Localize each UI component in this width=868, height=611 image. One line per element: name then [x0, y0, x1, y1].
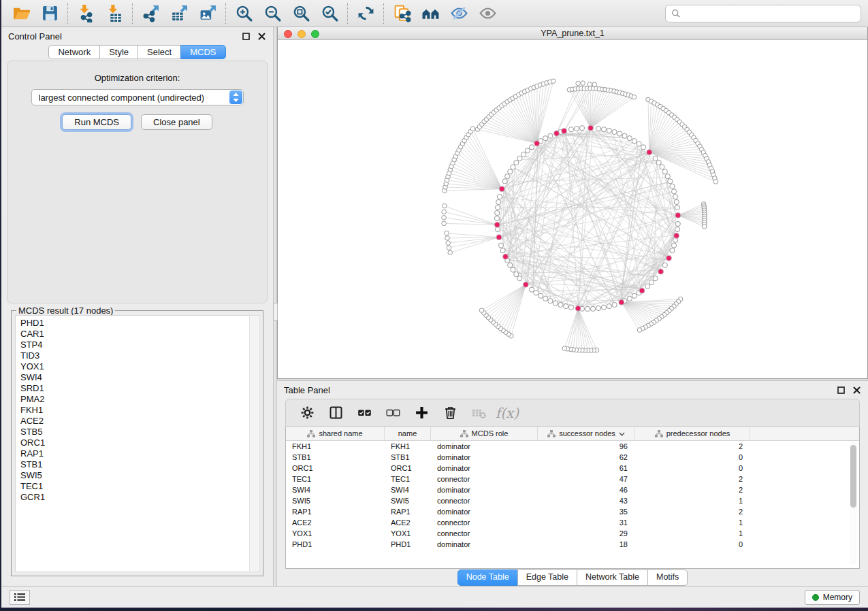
network-node[interactable]	[553, 301, 558, 306]
delete-column-icon[interactable]	[438, 402, 462, 424]
mcds-result-node[interactable]: FKH1	[20, 405, 259, 416]
mcds-node[interactable]	[658, 269, 664, 274]
mcds-result-node[interactable]: PHD1	[20, 318, 259, 329]
network-node[interactable]	[637, 142, 641, 146]
mcds-result-node[interactable]: ACE2	[20, 416, 259, 427]
split-columns-icon[interactable]	[324, 402, 347, 424]
mcds-result-node[interactable]: YOX1	[20, 361, 259, 372]
zoom-in-icon[interactable]	[229, 2, 258, 25]
network-node[interactable]	[601, 127, 606, 132]
network-node[interactable]	[670, 248, 675, 253]
table-row[interactable]: STB1STB1dominator620	[286, 452, 859, 463]
mcds-result-node[interactable]: SWI4	[20, 372, 259, 383]
network-leaf-node[interactable]	[442, 210, 447, 214]
network-node[interactable]	[525, 148, 530, 153]
network-node[interactable]	[674, 199, 679, 204]
network-leaf-node[interactable]	[479, 308, 484, 313]
export-network-icon[interactable]	[136, 2, 165, 25]
float-table-panel-icon[interactable]	[837, 386, 846, 395]
network-node[interactable]	[579, 126, 584, 131]
tab-mcds[interactable]: MCDS	[180, 45, 225, 59]
table-row[interactable]: YOX1YOX1connector291	[286, 528, 859, 539]
network-node[interactable]	[649, 280, 654, 284]
mcds-node[interactable]	[503, 254, 509, 259]
network-node[interactable]	[641, 145, 645, 150]
hide-selected-icon[interactable]	[445, 2, 473, 25]
close-panel-icon[interactable]	[257, 32, 266, 41]
mcds-node[interactable]	[588, 125, 594, 131]
network-node[interactable]	[596, 126, 600, 131]
table-vertical-scrollbar[interactable]	[850, 442, 857, 564]
float-panel-icon[interactable]	[242, 32, 251, 41]
network-node[interactable]	[543, 136, 548, 141]
network-node[interactable]	[627, 136, 632, 141]
mcds-result-list[interactable]: PHD1CAR1STP4TID3YOX1SWI4SRD1PMA2FKH1ACE2…	[15, 315, 259, 572]
table-row[interactable]: TEC1TEC1connector472	[286, 474, 859, 484]
column-header-predecessor-nodes[interactable]: predecessor nodes	[635, 427, 750, 440]
network-node[interactable]	[675, 221, 680, 226]
network-node[interactable]	[627, 296, 632, 301]
mcds-result-node[interactable]: STP4	[20, 340, 259, 350]
network-node[interactable]	[508, 169, 513, 174]
mcds-result-node[interactable]: PMA2	[20, 394, 259, 405]
network-node[interactable]	[521, 152, 526, 156]
table-row[interactable]: RAP1RAP1dominator352	[286, 506, 859, 517]
network-node[interactable]	[543, 296, 548, 301]
network-node[interactable]	[670, 184, 675, 188]
mcds-node[interactable]	[496, 235, 502, 240]
network-node[interactable]	[617, 131, 622, 136]
network-node[interactable]	[656, 160, 661, 165]
import-table-icon[interactable]	[100, 2, 129, 25]
network-node[interactable]	[564, 304, 568, 309]
network-window-titlebar[interactable]: YPA_prune.txt_1	[278, 27, 867, 40]
mcds-node[interactable]	[554, 131, 560, 136]
table-row[interactable]: FKH1FKH1dominator962	[286, 441, 859, 452]
network-leaf-node[interactable]	[442, 221, 447, 226]
mcds-node[interactable]	[499, 186, 504, 192]
network-leaf-node[interactable]	[551, 79, 556, 84]
mcds-node[interactable]	[534, 141, 540, 146]
network-leaf-node[interactable]	[576, 81, 581, 86]
column-header-name[interactable]: name	[385, 427, 431, 440]
network-leaf-node[interactable]	[448, 250, 453, 255]
window-close-icon[interactable]	[284, 30, 292, 38]
show-all-icon[interactable]	[473, 2, 502, 25]
network-node[interactable]	[653, 156, 658, 161]
mcds-node[interactable]	[666, 255, 672, 261]
network-node[interactable]	[505, 174, 510, 179]
network-node[interactable]	[558, 302, 563, 307]
mcds-node[interactable]	[647, 150, 652, 155]
mcds-node[interactable]	[674, 233, 679, 239]
network-node[interactable]	[590, 306, 595, 311]
tab-network[interactable]: Network	[48, 45, 100, 59]
network-leaf-node[interactable]	[470, 127, 475, 131]
network-node[interactable]	[534, 291, 539, 295]
table-row[interactable]: PHD1PHD1dominator180	[286, 539, 859, 550]
network-node[interactable]	[497, 195, 502, 199]
network-node[interactable]	[632, 139, 637, 144]
tab-style[interactable]: Style	[99, 45, 138, 59]
mcds-node[interactable]	[575, 306, 581, 311]
network-node[interactable]	[548, 299, 553, 303]
network-node[interactable]	[601, 305, 606, 310]
network-node[interactable]	[607, 128, 611, 133]
table-row[interactable]: SWI4SWI4dominator462	[286, 484, 859, 495]
mcds-list-scrollbar[interactable]	[249, 316, 258, 571]
network-leaf-node[interactable]	[588, 82, 592, 87]
splitter-handle[interactable]	[273, 303, 278, 320]
network-leaf-node[interactable]	[581, 81, 585, 86]
table-scrollbar-thumb[interactable]	[850, 445, 856, 508]
network-node[interactable]	[585, 306, 590, 311]
table-row[interactable]: SWI5SWI5connector431	[286, 495, 859, 506]
mcds-result-node[interactable]: SRD1	[20, 383, 259, 394]
zoom-fit-icon[interactable]	[287, 2, 315, 25]
tab-network-table[interactable]: Network Table	[577, 569, 648, 586]
mcds-node[interactable]	[639, 288, 645, 293]
mcds-result-node[interactable]: TEC1	[20, 481, 259, 492]
network-node[interactable]	[665, 174, 670, 179]
column-header-successor-nodes[interactable]: successor nodes	[538, 427, 635, 440]
network-node[interactable]	[508, 263, 513, 267]
network-node[interactable]	[645, 284, 650, 288]
settings-gear-icon[interactable]	[295, 402, 319, 424]
tab-edge-table[interactable]: Edge Table	[517, 569, 577, 586]
